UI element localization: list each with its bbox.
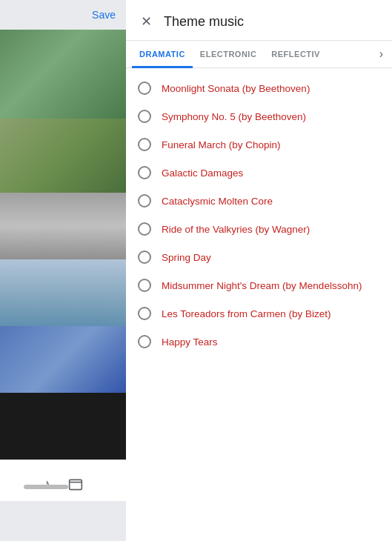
music-item-label: Symphony No. 5 (by Beethoven) [162, 111, 306, 122]
radio-button[interactable] [138, 82, 151, 95]
radio-button[interactable] [138, 194, 151, 208]
panel-header: ✕ Theme music [126, 0, 392, 41]
music-list-item[interactable]: Ride of the Valkyries (by Wagner) [126, 215, 392, 243]
music-list-item[interactable]: Happy Tears [126, 328, 392, 356]
music-item-label: Les Toreadors from Carmen (by Bizet) [162, 308, 331, 319]
music-list-item[interactable]: Moonlight Sonata (by Beethoven) [126, 74, 392, 102]
music-list-item[interactable]: Spring Day [126, 243, 392, 271]
music-list-item[interactable]: Galactic Damages [126, 159, 392, 187]
tab-reflective[interactable]: REFLECTIV [264, 41, 328, 68]
radio-button[interactable] [138, 307, 151, 320]
thumb-strip-5 [0, 326, 126, 393]
tabs-chevron-icon[interactable]: › [376, 44, 386, 64]
radio-button[interactable] [138, 222, 151, 236]
close-button[interactable]: ✕ [138, 10, 155, 33]
music-list-item[interactable]: Midsummer Night's Dream (by Mendelssohn) [126, 271, 392, 299]
tabs-container: DRAMATIC ELECTRONIC REFLECTIV › [126, 41, 392, 68]
music-item-label: Happy Tears [162, 336, 218, 348]
slideshow-icon[interactable] [68, 477, 83, 492]
music-item-label: Galactic Damages [162, 167, 243, 179]
radio-button[interactable] [138, 279, 151, 292]
music-item-label: Cataclysmic Molten Core [162, 196, 273, 207]
right-panel: ✕ Theme music DRAMATIC ELECTRONIC REFLEC… [126, 0, 392, 541]
music-list-item[interactable]: Les Toreadors from Carmen (by Bizet) [126, 299, 392, 328]
svg-rect-0 [70, 479, 82, 489]
thumb-strip-2 [0, 119, 126, 193]
music-item-label: Funeral March (by Chopin) [162, 139, 281, 150]
radio-button[interactable] [138, 335, 151, 348]
thumb-strip-6 [0, 393, 126, 459]
music-item-label: Spring Day [162, 252, 211, 263]
music-list-item[interactable]: Symphony No. 5 (by Beethoven) [126, 102, 392, 130]
thumb-strip-1 [0, 30, 126, 119]
thumbnail-area [0, 30, 126, 459]
music-item-label: Moonlight Sonata (by Beethoven) [162, 83, 310, 94]
left-panel-top: Save [0, 0, 126, 30]
thumb-strip-4 [0, 259, 126, 326]
radio-button[interactable] [138, 138, 151, 151]
music-item-label: Midsummer Night's Dream (by Mendelssohn) [162, 280, 362, 291]
music-list-item[interactable]: Cataclysmic Molten Core [126, 187, 392, 215]
radio-button[interactable] [138, 166, 151, 179]
close-icon: ✕ [141, 13, 152, 30]
left-panel: Save ♪ [0, 0, 126, 541]
tab-electronic[interactable]: ELECTRONIC [193, 41, 265, 68]
music-list-item[interactable]: Funeral March (by Chopin) [126, 130, 392, 159]
music-list: Moonlight Sonata (by Beethoven)Symphony … [126, 68, 392, 541]
left-panel-bottom: ♪ [0, 459, 126, 501]
tab-dramatic[interactable]: DRAMATIC [132, 41, 193, 68]
thumb-strip-3 [0, 193, 126, 259]
radio-button[interactable] [138, 250, 151, 264]
save-button[interactable]: Save [90, 6, 117, 24]
radio-button[interactable] [138, 110, 151, 123]
panel-title: Theme music [164, 14, 244, 30]
music-item-label: Ride of the Valkyries (by Wagner) [162, 224, 310, 235]
